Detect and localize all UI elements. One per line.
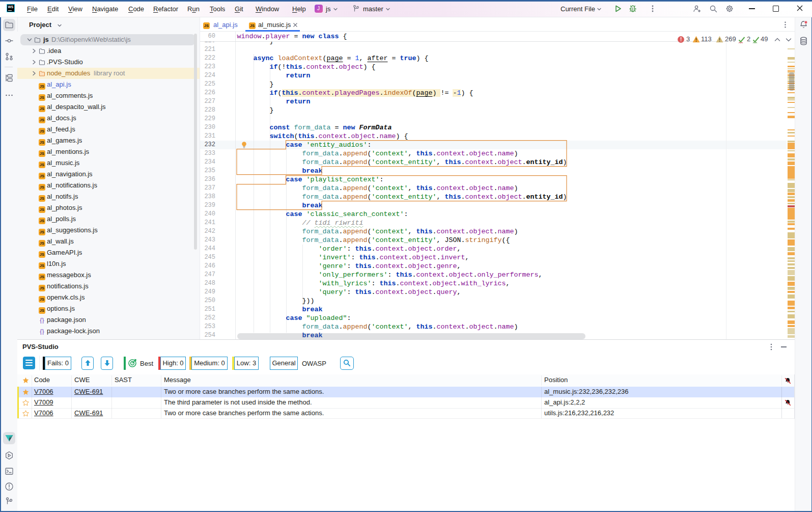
svg-text:{}: {} [40,317,44,324]
svg-text:{}: {} [40,328,44,335]
